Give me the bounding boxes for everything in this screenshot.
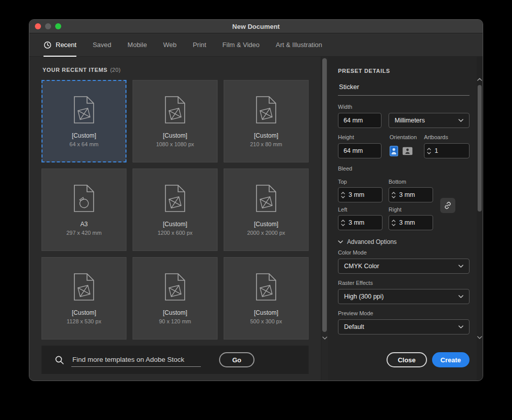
orientation-portrait-button[interactable] [390,146,398,156]
preview-mode-value: Default [344,323,364,330]
stepper-down-icon[interactable] [427,152,431,154]
document-icon [162,96,188,124]
close-window-button[interactable] [35,23,41,29]
chevron-down-icon [458,265,463,268]
stock-search-input[interactable] [71,353,201,367]
chevron-down-icon [458,119,463,122]
bleed-bottom-label: Bottom [389,179,433,185]
stepper-up-icon[interactable] [392,220,396,222]
tab-print[interactable]: Print [193,33,206,56]
preset-grid: [Custom] 64 x 64 mm [Custom] 1080 x 1080… [41,80,309,340]
search-icon [55,355,64,365]
width-label: Width [338,104,470,110]
close-button[interactable]: Close [387,352,426,367]
preset-dimensions: 500 x 300 px [250,318,282,324]
units-select[interactable]: Millimeters [389,113,470,128]
tab-saved[interactable]: Saved [93,33,111,56]
tab-mobile[interactable]: Mobile [127,33,147,56]
recent-items-scrollbar[interactable] [321,57,328,381]
preset-name: [Custom] [163,132,187,139]
stepper-down-icon[interactable] [341,224,345,226]
bleed-left-stepper[interactable] [341,220,345,226]
preview-mode-select[interactable]: Default [338,319,470,334]
bleed-left-field[interactable]: 3 mm [338,215,382,230]
bleed-right-label: Right [389,206,433,213]
scrollbar-thumb[interactable] [322,58,327,332]
zoom-window-button[interactable] [55,23,61,29]
tab-recent[interactable]: Recent [44,33,76,56]
height-field[interactable]: 64 mm [338,143,381,158]
stepper-up-icon[interactable] [341,220,345,222]
preset-name: [Custom] [163,221,187,228]
width-field[interactable]: 64 mm [338,113,381,128]
preset-card[interactable]: [Custom] 500 x 300 px [224,257,309,340]
document-icon [253,96,279,124]
color-mode-select[interactable]: CMYK Color [338,259,470,274]
preset-card[interactable]: [Custom] 1128 x 530 px [41,257,126,340]
height-label: Height [338,134,390,140]
stepper-down-icon[interactable] [341,196,345,198]
tab-art-illustration[interactable]: Art & Illustration [276,33,322,56]
link-icon [443,201,452,210]
bleed-top-field[interactable]: 3 mm [338,187,382,202]
tab-web[interactable]: Web [163,33,177,56]
scrollbar-thumb[interactable] [478,85,482,212]
stepper-down-icon[interactable] [392,196,396,198]
bleed-right-field[interactable]: 3 mm [389,215,433,230]
bleed-left-value: 3 mm [349,219,378,226]
bleed-top-stepper[interactable] [341,192,345,198]
stepper-up-icon[interactable] [427,148,431,150]
stepper-up-icon[interactable] [341,192,345,194]
height-value: 64 mm [344,147,363,154]
raster-effects-value: High (300 ppi) [344,293,384,300]
window-title: New Document [232,23,280,30]
tab-label: Saved [93,41,111,49]
tab-label: Art & Illustration [276,41,322,49]
preset-details-scrollbar[interactable] [477,57,483,381]
document-name-input[interactable] [338,80,470,96]
bleed-bottom-stepper[interactable] [392,192,396,198]
raster-effects-select[interactable]: High (300 ppi) [338,289,470,304]
artboards-stepper[interactable] [427,148,431,154]
preset-card-selected[interactable]: [Custom] 64 x 64 mm [41,80,126,162]
preview-mode-label: Preview Mode [338,310,470,316]
chevron-down-icon [458,295,463,298]
preset-name: A3 [80,221,88,228]
artboards-field[interactable]: 1 [424,143,470,158]
stepper-up-icon[interactable] [392,192,396,194]
minimize-window-button[interactable] [45,23,51,29]
tab-label: Print [193,41,206,49]
scroll-down-icon[interactable] [321,337,328,340]
preset-card[interactable]: [Custom] 1080 x 1080 px [133,80,218,162]
preset-card[interactable]: [Custom] 90 x 120 mm [133,257,218,340]
scroll-up-icon[interactable] [477,78,483,81]
units-value: Millimeters [395,117,425,124]
preset-card[interactable]: A3 297 x 420 mm [41,169,126,251]
bleed-bottom-field[interactable]: 3 mm [389,187,433,202]
scroll-down-icon[interactable] [477,336,483,339]
preset-card[interactable]: [Custom] 2000 x 2000 px [224,169,309,251]
go-button[interactable]: Go [219,352,254,367]
preset-name: [Custom] [72,132,96,139]
advanced-options-toggle[interactable]: Advanced Options [338,238,470,245]
chevron-down-icon [458,325,463,328]
preset-card[interactable]: [Custom] 210 x 80 mm [224,80,309,162]
stepper-down-icon[interactable] [392,224,396,226]
traffic-lights [35,20,61,33]
tab-film-video[interactable]: Film & Video [223,33,260,56]
link-bleed-values-button[interactable] [440,198,455,213]
preset-card[interactable]: [Custom] 1200 x 600 px [133,169,218,251]
preset-name: [Custom] [254,132,278,139]
portrait-icon [390,146,398,156]
tab-label: Mobile [127,41,147,49]
orientation-landscape-button[interactable] [402,147,413,155]
new-document-dialog: New Document Recent Saved Mobile Web Pri… [29,19,483,381]
bleed-right-value: 3 mm [399,219,429,226]
artboards-label: Artboards [424,134,470,140]
create-button[interactable]: Create [432,352,470,367]
tab-label: Film & Video [223,41,260,49]
recent-items-panel: YOUR RECENT ITEMS(20) [Custom] 64 x 64 m… [29,57,321,381]
preset-details-heading: PRESET DETAILS [338,68,470,74]
bleed-right-stepper[interactable] [392,220,396,226]
recent-items-heading: YOUR RECENT ITEMS(20) [42,67,309,73]
